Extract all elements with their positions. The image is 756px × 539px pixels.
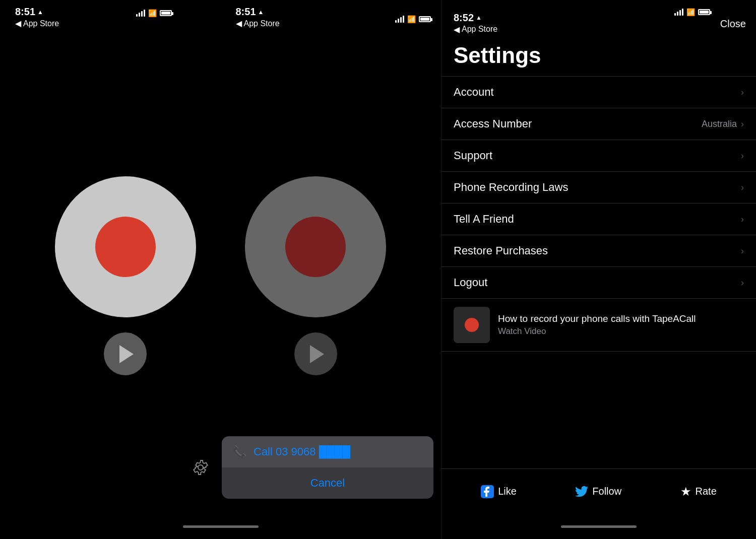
cancel-row[interactable]: Cancel xyxy=(222,467,433,499)
status-bar-right: 8:52 ▲ ◀ App Store 📶 Close xyxy=(442,0,756,38)
time-right: 8:52 xyxy=(454,12,474,24)
wifi-icon-right: 📶 xyxy=(686,8,695,16)
settings-item-account[interactable]: Account › xyxy=(442,77,756,108)
back-appstore-1[interactable]: ◀ App Store xyxy=(15,19,59,28)
record-dot-dark-red xyxy=(285,217,346,277)
wifi-icon-2: 📶 xyxy=(407,15,416,23)
status-section-2: 8:51 ▲ ◀ App Store 📶 xyxy=(221,6,442,28)
settings-list: Account › Access Number Australia › Supp… xyxy=(442,77,756,468)
video-title: How to record your phone calls with Tape… xyxy=(498,313,696,324)
time-1: 8:51 xyxy=(15,6,35,18)
play-button-right[interactable] xyxy=(294,332,337,375)
chevron-icon-tell-a-friend: › xyxy=(741,214,744,225)
time-2: 8:51 xyxy=(236,6,256,18)
gear-icon[interactable] xyxy=(192,458,210,479)
video-thumbnail xyxy=(454,307,490,343)
settings-item-logout[interactable]: Logout › xyxy=(442,267,756,299)
settings-item-access-number[interactable]: Access Number Australia › xyxy=(442,108,756,140)
back-appstore-2[interactable]: ◀ App Store xyxy=(236,19,280,28)
battery-icon-2 xyxy=(419,16,431,22)
status-icons-right: 📶 xyxy=(674,8,710,16)
call-row[interactable]: 📞 Call 03 9068 ████ xyxy=(222,436,433,467)
settings-label-account: Account xyxy=(454,86,741,99)
battery-icon-right xyxy=(698,9,710,15)
record-button-left xyxy=(55,176,196,375)
rate-label: Rate xyxy=(696,486,717,497)
chevron-icon-access-number: › xyxy=(741,119,744,129)
facebook-icon xyxy=(481,485,494,498)
call-popup: 📞 Call 03 9068 ████ Cancel xyxy=(222,436,433,499)
settings-title: Settings xyxy=(454,43,541,68)
call-number: Call 03 9068 ████ xyxy=(254,445,350,458)
location-icon-2: ▲ xyxy=(258,9,264,16)
chevron-icon-phone-recording-laws: › xyxy=(741,182,744,193)
chevron-icon-restore-purchases: › xyxy=(741,246,744,256)
settings-item-restore-purchases[interactable]: Restore Purchases › xyxy=(442,235,756,267)
home-indicator-right xyxy=(561,525,637,528)
close-button[interactable]: Close xyxy=(720,18,746,30)
home-indicator-left xyxy=(183,525,259,528)
settings-header: Settings xyxy=(442,38,756,77)
play-triangle-icon xyxy=(119,345,134,363)
like-label: Like xyxy=(498,486,517,497)
settings-label-logout: Logout xyxy=(454,276,741,289)
settings-item-support[interactable]: Support › xyxy=(442,140,756,172)
settings-item-phone-recording-laws[interactable]: Phone Recording Laws › xyxy=(442,172,756,204)
left-panel: 8:51 ▲ ◀ App Store 📶 xyxy=(0,0,441,539)
bottom-bar-right xyxy=(442,514,756,539)
status-icons-2: 📶 xyxy=(395,15,431,23)
signal-bars-1 xyxy=(136,10,145,17)
play-button-left[interactable] xyxy=(104,332,147,375)
record-circle-dark[interactable] xyxy=(245,176,386,317)
star-icon: ★ xyxy=(680,485,691,499)
record-circle-light[interactable] xyxy=(55,176,196,317)
chevron-icon-logout: › xyxy=(741,278,744,288)
settings-value-access-number: Australia xyxy=(702,119,737,129)
settings-item-tell-a-friend[interactable]: Tell A Friend › xyxy=(442,204,756,235)
wifi-icon-1: 📶 xyxy=(148,9,157,17)
follow-label: Follow xyxy=(592,486,621,497)
status-section-1: 8:51 ▲ ◀ App Store 📶 xyxy=(0,6,221,28)
rate-button[interactable]: ★ Rate xyxy=(680,485,717,499)
phone-icon: 📞 xyxy=(233,445,246,458)
signal-bars-right xyxy=(674,9,683,16)
back-appstore-right[interactable]: ◀ App Store xyxy=(454,25,497,34)
settings-label-support: Support xyxy=(454,149,741,162)
location-icon-right: ▲ xyxy=(476,14,482,21)
signal-bars-2 xyxy=(395,16,404,23)
settings-label-tell-a-friend: Tell A Friend xyxy=(454,213,741,226)
video-info: How to record your phone calls with Tape… xyxy=(498,313,696,336)
video-section[interactable]: How to record your phone calls with Tape… xyxy=(442,299,756,352)
social-bar: Like Follow ★ Rate xyxy=(442,468,756,514)
like-button[interactable]: Like xyxy=(481,485,517,498)
record-button-right xyxy=(245,176,386,375)
settings-label-phone-recording-laws: Phone Recording Laws xyxy=(454,181,741,194)
battery-icon-1 xyxy=(160,10,172,16)
bottom-bar-left xyxy=(0,514,441,539)
chevron-icon-support: › xyxy=(741,151,744,161)
right-panel: 8:52 ▲ ◀ App Store 📶 Close Settings xyxy=(441,0,756,539)
cancel-button-label: Cancel xyxy=(310,477,345,490)
location-icon-1: ▲ xyxy=(37,9,43,16)
twitter-icon xyxy=(575,486,588,497)
video-subtitle: Watch Video xyxy=(498,326,696,336)
status-bar-left: 8:51 ▲ ◀ App Store 📶 xyxy=(0,0,441,38)
chevron-icon-account: › xyxy=(741,87,744,98)
record-dot-red xyxy=(95,217,156,277)
follow-button[interactable]: Follow xyxy=(575,486,621,497)
settings-label-restore-purchases: Restore Purchases xyxy=(454,244,741,257)
play-triangle-icon-right xyxy=(310,345,324,363)
settings-label-access-number: Access Number xyxy=(454,117,702,130)
status-icons-1: 📶 xyxy=(136,9,172,17)
